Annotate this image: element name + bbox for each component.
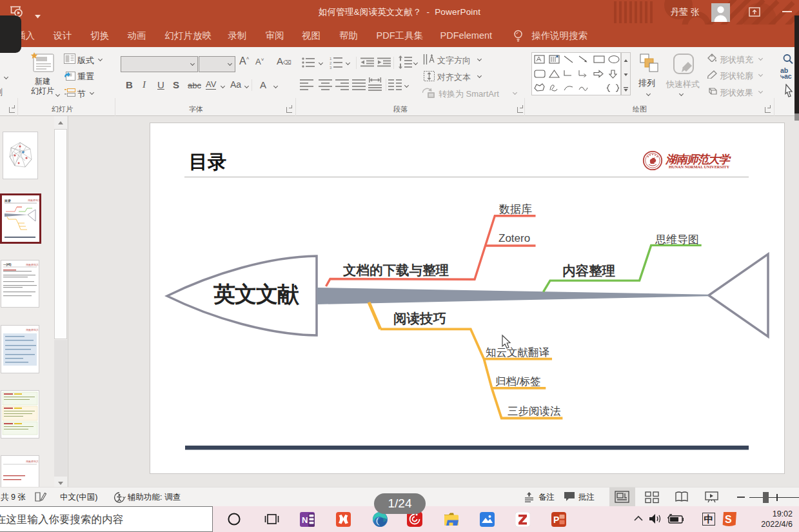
svg-text:湖南师范大学: 湖南师范大学 <box>26 263 39 266</box>
svg-text:S: S <box>725 514 732 525</box>
svg-text:N: N <box>302 515 308 525</box>
svg-text:3: 3 <box>330 66 332 70</box>
svg-text:1: 1 <box>330 57 332 61</box>
svg-text:湖南师范大学: 湖南师范大学 <box>26 328 39 331</box>
svg-text:2: 2 <box>330 61 332 65</box>
svg-text:湖南师范大学: 湖南师范大学 <box>28 199 39 202</box>
svg-text:湖南师范大学: 湖南师范大学 <box>26 460 39 463</box>
svg-text:目录: 目录 <box>5 199 11 203</box>
svg-text:P: P <box>553 515 559 525</box>
svg-text:一(#6): 一(#6) <box>3 263 12 266</box>
